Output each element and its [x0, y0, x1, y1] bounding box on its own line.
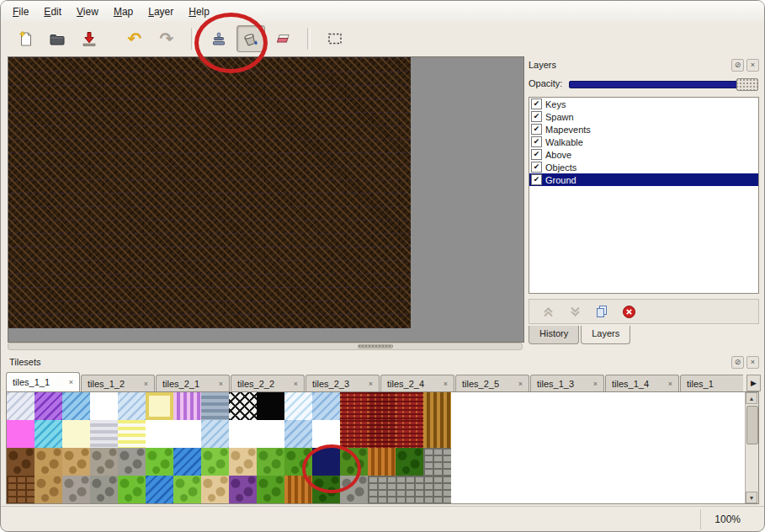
tile-1-9[interactable] [257, 420, 284, 448]
tile-2-15[interactable] [423, 448, 451, 476]
tileset-tab-tiles_1_1[interactable]: tiles_1_1× [6, 372, 80, 391]
tile-1-15[interactable] [423, 420, 451, 448]
canvas-hscroll-thumb[interactable] [358, 344, 393, 348]
tile-2-0[interactable] [7, 448, 35, 476]
tile-3-11[interactable] [312, 476, 340, 503]
tile-3-13[interactable] [368, 476, 396, 503]
layer-visibility-checkbox[interactable]: ✔ [531, 124, 542, 135]
tile-0-3[interactable] [90, 392, 118, 420]
tile-3-5[interactable] [146, 476, 173, 503]
tile-0-14[interactable] [396, 392, 423, 420]
layer-visibility-checkbox[interactable]: ✔ [531, 174, 542, 185]
panel-close-button[interactable]: × [746, 59, 759, 72]
duplicate-layer-button[interactable] [593, 304, 610, 319]
layer-row-ground[interactable]: ✔Ground [529, 173, 758, 186]
tile-1-2[interactable] [62, 420, 90, 448]
eraser-tool-button[interactable] [268, 25, 297, 52]
tile-0-5[interactable] [146, 392, 173, 420]
tile-0-9[interactable] [257, 392, 284, 420]
panel-float-button[interactable]: ⊘ [731, 59, 744, 72]
menu-edit[interactable]: Edit [37, 3, 68, 20]
layer-visibility-checkbox[interactable]: ✔ [531, 98, 542, 109]
tile-3-14[interactable] [396, 476, 423, 503]
tab-close-icon[interactable]: × [290, 380, 298, 388]
tab-close-icon[interactable]: × [665, 380, 672, 388]
tile-0-10[interactable] [284, 392, 312, 420]
tile-0-13[interactable] [368, 392, 396, 420]
scroll-down-button[interactable]: ▼ [746, 492, 757, 503]
tile-3-8[interactable] [229, 476, 257, 503]
tile-3-10[interactable] [284, 476, 312, 503]
tile-0-11[interactable] [312, 392, 340, 420]
tile-1-14[interactable] [396, 420, 423, 448]
delete-layer-button[interactable] [620, 304, 637, 319]
tile-2-1[interactable] [35, 448, 62, 476]
layer-row-walkable[interactable]: ✔Walkable [529, 136, 758, 148]
tile-0-0[interactable] [7, 392, 35, 420]
tile-3-6[interactable] [173, 476, 201, 503]
select-tool-button[interactable] [321, 25, 349, 52]
tileset-tab-tiles_2_1[interactable]: tiles_2_1× [156, 375, 230, 391]
tile-1-5[interactable] [146, 420, 173, 448]
tile-2-13[interactable] [368, 448, 396, 476]
tab-close-icon[interactable]: × [215, 380, 223, 388]
tile-2-2[interactable] [62, 448, 90, 476]
fill-tool-button[interactable] [236, 25, 265, 52]
undo-button[interactable]: ↶ [120, 25, 149, 52]
tileset-tab-tiles_2_5[interactable]: tiles_2_5× [455, 375, 529, 391]
redo-button[interactable]: ↷ [152, 25, 181, 52]
tab-scroll-right-button[interactable]: ▶ [746, 375, 761, 391]
tile-0-15[interactable] [423, 392, 451, 420]
panel-tab-history[interactable]: History [529, 326, 579, 344]
layer-row-objects[interactable]: ✔Objects [529, 161, 758, 173]
save-map-button[interactable] [75, 25, 104, 52]
tile-1-8[interactable] [229, 420, 257, 448]
tileset-tab-tiles_1_2[interactable]: tiles_1_2× [81, 375, 155, 391]
tile-1-13[interactable] [368, 420, 396, 448]
new-map-button[interactable] [11, 25, 40, 52]
tile-3-2[interactable] [62, 476, 90, 503]
map-canvas[interactable] [8, 56, 524, 343]
tileset-tab-tiles_2_3[interactable]: tiles_2_3× [305, 375, 380, 391]
tile-2-14[interactable] [396, 448, 423, 476]
tile-1-6[interactable] [173, 420, 201, 448]
palette-vscroll-thumb[interactable] [746, 406, 758, 444]
open-map-button[interactable] [43, 25, 72, 52]
tile-1-4[interactable] [118, 420, 146, 448]
tile-1-1[interactable] [35, 420, 62, 448]
tile-0-6[interactable] [173, 392, 201, 420]
tile-1-12[interactable] [340, 420, 368, 448]
map-view[interactable] [8, 57, 411, 328]
tileset-tab-tiles_2_4[interactable]: tiles_2_4× [380, 375, 454, 391]
tile-3-3[interactable] [90, 476, 118, 503]
tile-2-9[interactable] [257, 448, 284, 476]
tile-1-11[interactable] [312, 420, 340, 448]
tile-3-1[interactable] [35, 476, 62, 503]
tile-3-15[interactable] [423, 476, 451, 503]
menu-layer[interactable]: Layer [141, 3, 180, 20]
tile-2-10[interactable] [284, 448, 312, 476]
tile-0-4[interactable] [118, 392, 146, 420]
layer-visibility-checkbox[interactable]: ✔ [531, 136, 542, 147]
menu-view[interactable]: View [70, 3, 105, 20]
scroll-up-button[interactable]: ▲ [746, 392, 757, 404]
tab-close-icon[interactable]: × [66, 378, 73, 386]
menu-file[interactable]: File [6, 3, 35, 20]
tab-close-icon[interactable]: × [590, 380, 598, 388]
tileset-tab-tiles_2_2[interactable]: tiles_2_2× [231, 375, 305, 391]
tile-3-12[interactable] [340, 476, 368, 503]
layer-visibility-checkbox[interactable]: ✔ [531, 162, 542, 173]
tileset-tab-tiles_1_4[interactable]: tiles_1_4× [605, 375, 679, 391]
layer-row-above[interactable]: ✔Above [529, 148, 758, 161]
tile-0-7[interactable] [201, 392, 229, 420]
tile-3-9[interactable] [257, 476, 284, 503]
tile-2-11[interactable] [312, 448, 340, 476]
tab-close-icon[interactable]: × [515, 380, 523, 388]
tab-close-icon[interactable]: × [440, 380, 448, 388]
tile-2-8[interactable] [229, 448, 257, 476]
tile-2-5[interactable] [146, 448, 173, 476]
tileset-tab-tiles_1_3[interactable]: tiles_1_3× [530, 375, 604, 391]
tile-1-3[interactable] [90, 420, 118, 448]
layer-visibility-checkbox[interactable]: ✔ [531, 111, 542, 122]
opacity-slider-handle[interactable] [736, 78, 758, 91]
